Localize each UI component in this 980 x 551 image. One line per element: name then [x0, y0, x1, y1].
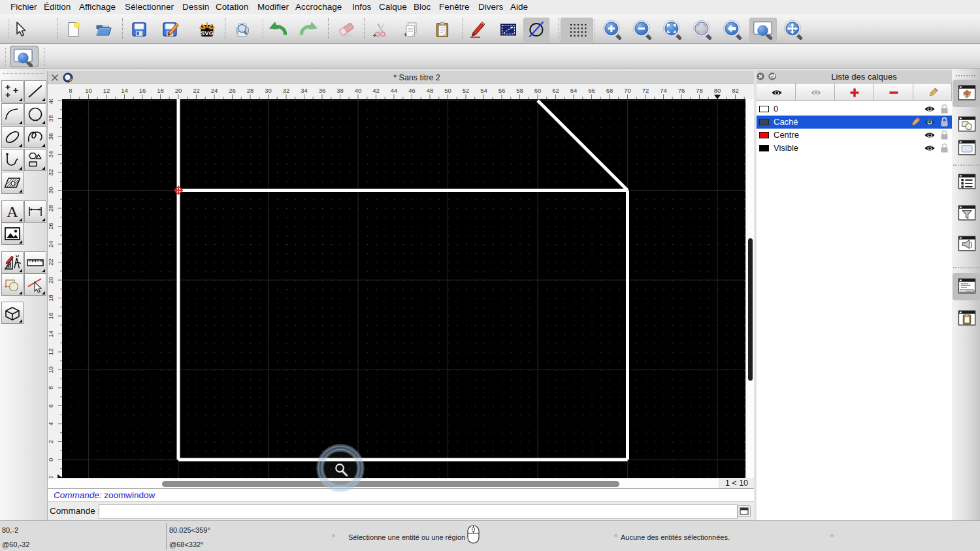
svg-text:54: 54	[480, 87, 487, 94]
svg-text:82: 82	[732, 87, 739, 94]
svg-text:4: 4	[48, 422, 54, 425]
svg-text:28: 28	[247, 87, 254, 94]
svg-text:40: 40	[48, 99, 54, 104]
svg-text:56: 56	[498, 87, 506, 94]
svg-text:76: 76	[678, 87, 685, 94]
svg-text:32: 32	[48, 169, 54, 176]
svg-text:50: 50	[444, 87, 451, 94]
svg-text:34: 34	[48, 151, 54, 158]
svg-text:52: 52	[463, 87, 470, 94]
svg-text:72: 72	[642, 87, 649, 94]
svg-text:58: 58	[516, 87, 523, 94]
svg-text:18: 18	[157, 87, 164, 94]
svg-text:12: 12	[48, 349, 54, 356]
svg-text:34: 34	[301, 87, 308, 94]
svg-text:8: 8	[69, 87, 72, 94]
svg-text:16: 16	[48, 313, 54, 320]
svg-text:SVG: SVG	[201, 29, 214, 37]
svg-text:24: 24	[48, 241, 54, 248]
svg-text:22: 22	[48, 259, 54, 266]
svg-text:26: 26	[48, 223, 54, 230]
svg-text:62: 62	[552, 87, 559, 94]
svg-text:10: 10	[85, 87, 92, 94]
svg-text:42: 42	[372, 87, 380, 94]
svg-text:38: 38	[48, 115, 54, 122]
svg-text:28: 28	[48, 205, 54, 212]
svg-text:16: 16	[139, 87, 146, 94]
svg-text:14: 14	[48, 330, 54, 338]
svg-text:14: 14	[121, 87, 128, 94]
svg-text:74: 74	[660, 87, 667, 94]
svg-text:12: 12	[103, 87, 110, 94]
svg-text:8: 8	[48, 386, 54, 389]
svg-text:36: 36	[48, 133, 54, 140]
svg-text:48: 48	[427, 87, 434, 94]
svg-text:30: 30	[48, 187, 54, 194]
svg-text:22: 22	[193, 87, 200, 94]
svg-text:60: 60	[534, 87, 542, 94]
svg-text:64: 64	[570, 87, 578, 94]
svg-text:30: 30	[265, 87, 272, 94]
svg-text:26: 26	[229, 87, 236, 94]
svg-text:20: 20	[48, 277, 54, 284]
svg-text:2: 2	[48, 440, 54, 443]
svg-text:46: 46	[408, 87, 416, 94]
svg-text:80: 80	[714, 87, 721, 94]
svg-text:70: 70	[624, 87, 631, 94]
svg-text:c:command: c:command	[962, 290, 975, 292]
svg-text:20: 20	[175, 87, 182, 94]
svg-text:36: 36	[319, 87, 326, 94]
svg-text:68: 68	[606, 87, 613, 94]
svg-text:78: 78	[696, 87, 703, 94]
svg-text:24: 24	[211, 87, 218, 94]
svg-text:40: 40	[355, 87, 362, 94]
svg-text:66: 66	[588, 87, 595, 94]
svg-text:6: 6	[48, 404, 54, 407]
svg-text:32: 32	[283, 87, 290, 94]
svg-text:A: A	[7, 203, 18, 220]
svg-text:0: 0	[48, 458, 54, 461]
svg-text:18: 18	[48, 294, 54, 302]
svg-text:10: 10	[48, 366, 54, 373]
svg-text:38: 38	[336, 87, 344, 94]
svg-text:44: 44	[391, 87, 398, 94]
